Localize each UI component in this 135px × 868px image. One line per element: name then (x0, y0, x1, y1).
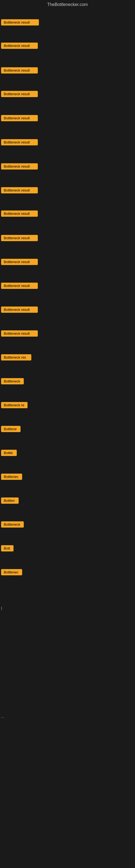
badges-container: Bottleneck resultBottleneck resultBottle… (0, 9, 135, 864)
extra-item-25: | (1, 606, 2, 610)
bottleneck-badge-18[interactable]: Bottlene (1, 426, 20, 432)
badge-row-3[interactable]: Bottleneck result (1, 67, 38, 74)
badge-row-6[interactable]: Bottleneck result (1, 139, 38, 147)
badge-row-2[interactable]: Bottleneck result (1, 42, 38, 50)
bottleneck-badge-15[interactable]: Bottleneck res (1, 354, 31, 361)
badge-row-4[interactable]: Bottleneck result (1, 91, 38, 98)
bottleneck-badge-8[interactable]: Bottleneck result (1, 187, 38, 193)
badge-row-5[interactable]: Bottleneck result (1, 115, 38, 122)
bottleneck-badge-16[interactable]: Bottleneck (1, 378, 24, 384)
bottleneck-badge-13[interactable]: Bottleneck result (1, 307, 38, 313)
bottleneck-badge-1[interactable]: Bottleneck result (1, 19, 39, 26)
bottleneck-badge-23[interactable]: Bott (1, 545, 13, 552)
badge-row-18[interactable]: Bottlene (1, 426, 20, 433)
badge-row-10[interactable]: Bottleneck result (1, 235, 38, 242)
bottleneck-badge-4[interactable]: Bottleneck result (1, 91, 38, 97)
badge-row-9[interactable]: Bottleneck result (1, 211, 38, 218)
bottleneck-badge-24[interactable]: Bottlenec (1, 569, 22, 575)
bottleneck-badge-10[interactable]: Bottleneck result (1, 235, 38, 241)
badge-row-13[interactable]: Bottleneck result (1, 307, 38, 314)
page-wrapper: TheBottlenecker.com Bottleneck resultBot… (0, 0, 135, 868)
bottleneck-badge-9[interactable]: Bottleneck result (1, 211, 38, 217)
badge-row-14[interactable]: Bottleneck result (1, 330, 38, 338)
bottleneck-badge-17[interactable]: Bottleneck re (1, 402, 28, 408)
bottleneck-badge-5[interactable]: Bottleneck result (1, 115, 38, 121)
badge-row-24[interactable]: Bottlenec (1, 569, 22, 577)
bottleneck-badge-21[interactable]: Bottlen (1, 497, 18, 504)
site-title: TheBottlenecker.com (0, 0, 135, 9)
badge-row-16[interactable]: Bottleneck (1, 378, 24, 385)
bottleneck-badge-7[interactable]: Bottleneck result (1, 163, 38, 169)
badge-row-12[interactable]: Bottleneck result (1, 283, 38, 290)
badge-row-23[interactable]: Bott (1, 545, 13, 553)
bottleneck-badge-2[interactable]: Bottleneck result (1, 42, 38, 49)
bottleneck-badge-19[interactable]: Bottle (1, 450, 17, 456)
badge-row-15[interactable]: Bottleneck res (1, 354, 31, 362)
badge-row-20[interactable]: Bottlenec (1, 474, 22, 481)
bottleneck-badge-6[interactable]: Bottleneck result (1, 139, 38, 145)
bottleneck-badge-20[interactable]: Bottlenec (1, 474, 22, 480)
badge-row-17[interactable]: Bottleneck re (1, 402, 28, 409)
bottleneck-badge-14[interactable]: Bottleneck result (1, 330, 38, 337)
badge-row-22[interactable]: Bottleneck (1, 521, 24, 529)
bottleneck-badge-3[interactable]: Bottleneck result (1, 67, 38, 73)
badge-row-7[interactable]: Bottleneck result (1, 163, 38, 170)
bottleneck-badge-22[interactable]: Bottleneck (1, 521, 24, 528)
badge-row-1[interactable]: Bottleneck result (1, 19, 39, 27)
extra-item-26: ... (1, 714, 4, 718)
bottleneck-badge-11[interactable]: Bottleneck result (1, 259, 38, 265)
badge-row-11[interactable]: Bottleneck result (1, 259, 38, 266)
bottleneck-badge-12[interactable]: Bottleneck result (1, 283, 38, 289)
badge-row-19[interactable]: Bottle (1, 450, 17, 457)
badge-row-8[interactable]: Bottleneck result (1, 187, 38, 194)
badge-row-21[interactable]: Bottlen (1, 497, 18, 505)
